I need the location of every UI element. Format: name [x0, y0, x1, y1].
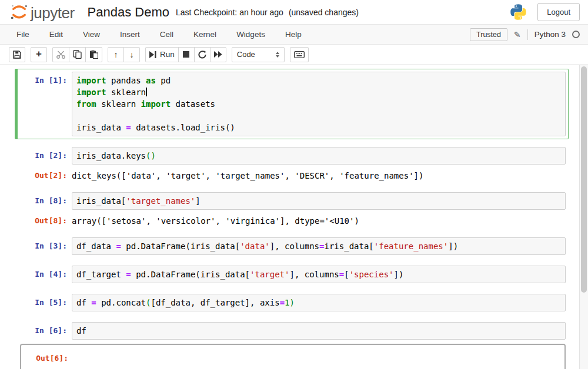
jupyter-logo[interactable]: jupyter — [9, 2, 75, 22]
paste-button[interactable] — [85, 47, 102, 62]
menu-view[interactable]: View — [73, 25, 110, 45]
pencil-icon[interactable]: ✎ — [514, 30, 521, 39]
divider — [527, 29, 528, 40]
notebook-cell[interactable]: In [5]:df = pd.concat([df_data, df_targe… — [15, 291, 569, 314]
move-cell-up-button[interactable]: ↑ — [108, 47, 124, 62]
code-token: from — [76, 99, 96, 109]
run-button[interactable]: Run — [145, 47, 179, 62]
fast-forward-icon — [214, 51, 222, 58]
menu-insert[interactable]: Insert — [110, 25, 150, 45]
output-text: array(['setosa', 'versicolor', 'virginic… — [72, 212, 359, 227]
input-prompt: In [3]: — [20, 237, 72, 252]
code-token: 'species' — [349, 270, 394, 279]
dataframe-table: sepal length (cm)sepal width (cm)petal l… — [76, 366, 564, 369]
code-input[interactable]: iris_data['target_names'] — [72, 192, 566, 210]
restart-kernel-button[interactable] — [194, 47, 211, 62]
select-arrows-icon — [276, 52, 279, 58]
code-token: df — [76, 298, 91, 307]
menu-kernel[interactable]: Kernel — [183, 25, 226, 45]
cell-output-row: Out[2]:dict_keys(['data', 'target', 'tar… — [20, 167, 566, 182]
notebook-cell[interactable]: In [4]:df_target = pd.DataFrame(iris_dat… — [15, 263, 569, 286]
run-icon — [149, 51, 156, 58]
code-line: import sklearn — [76, 86, 561, 98]
menu-edit[interactable]: Edit — [39, 25, 73, 45]
code-input[interactable]: df_data = pd.DataFrame(iris_data['data']… — [72, 237, 566, 255]
code-token: pd.concat — [96, 298, 146, 307]
save-icon — [13, 51, 21, 59]
code-token: as — [146, 76, 156, 85]
code-token: 'target' — [250, 270, 289, 279]
dataframe-wrap: sepal length (cm)sepal width (cm)petal l… — [76, 366, 564, 369]
code-token: df_data — [76, 241, 116, 251]
notebook-title[interactable]: Pandas Demo — [88, 5, 169, 20]
move-cell-down-button[interactable]: ↓ — [123, 47, 140, 62]
table-header-row: sepal length (cm)sepal width (cm)petal l… — [76, 366, 441, 369]
interrupt-kernel-button[interactable] — [178, 47, 195, 62]
notebook-cell[interactable]: In [8]:iris_data['target_names']Out[8]:a… — [15, 189, 569, 230]
code-input[interactable]: df = pd.concat([df_data, df_target], axi… — [72, 294, 566, 311]
scrollbar-thumb[interactable] — [581, 66, 587, 293]
output-scroll-area[interactable]: Out[6]:sepal length (cm)sepal width (cm)… — [20, 344, 566, 369]
code-token: [ — [344, 270, 349, 279]
cut-button[interactable] — [52, 47, 69, 62]
code-input[interactable]: iris_data.keys() — [72, 147, 566, 165]
logout-button[interactable]: Logout — [537, 3, 580, 21]
menu-cell[interactable]: Cell — [150, 25, 183, 45]
input-prompt: In [6]: — [20, 322, 72, 337]
menu-widgets[interactable]: Widgets — [226, 25, 275, 45]
paste-icon — [89, 50, 98, 59]
code-token: iris_data.keys — [76, 151, 146, 160]
code-input[interactable]: import pandas as pdimport sklearnfrom sk… — [72, 72, 566, 136]
code-token: import — [141, 99, 171, 109]
insert-cell-button[interactable]: + — [31, 47, 47, 62]
code-token: ]) — [394, 270, 404, 279]
jupyter-wordmark: jupyter — [31, 4, 75, 22]
notebook-cell[interactable]: In [1]:import pandas as pdimport sklearn… — [15, 69, 569, 139]
code-token: 'target_names' — [126, 196, 195, 206]
cell-output-row: Out[8]:array(['setosa', 'versicolor', 'v… — [20, 212, 566, 227]
output-text: dict_keys(['data', 'target', 'target_nam… — [72, 167, 423, 182]
arrow-down-icon: ↓ — [130, 51, 134, 59]
cut-icon — [56, 51, 65, 59]
code-input[interactable]: df — [72, 322, 566, 340]
cell-type-select[interactable]: Code — [232, 47, 285, 62]
code-token: = — [126, 270, 131, 279]
code-token: 1 — [285, 298, 289, 307]
keyboard-icon — [294, 51, 305, 58]
jupyter-app: jupyter Pandas Demo Last Checkpoint: an … — [0, 0, 588, 369]
code-line: df_target = pd.DataFrame(iris_data['targ… — [76, 269, 561, 280]
code-token: df_target — [76, 270, 126, 279]
arrow-up-icon: ↑ — [114, 51, 118, 59]
code-token: = — [339, 270, 344, 279]
save-button[interactable] — [9, 47, 25, 62]
cell-input-row: In [4]:df_target = pd.DataFrame(iris_dat… — [20, 266, 566, 283]
notebook-cell[interactable]: In [2]:iris_data.keys()Out[2]:dict_keys(… — [15, 144, 569, 184]
menu-help[interactable]: Help — [275, 25, 312, 45]
code-line: iris_data.keys() — [76, 150, 561, 162]
checkpoint-status: Last Checkpoint: an hour ago — [176, 8, 283, 17]
kernel-name: Python 3 — [534, 30, 566, 39]
menubar-right: Trusted ✎ Python 3 — [470, 28, 580, 41]
input-prompt: In [4]: — [20, 266, 72, 280]
code-token: import — [76, 88, 106, 97]
cell-input-row: In [2]:iris_data.keys() — [20, 147, 566, 165]
code-token: ], columns — [289, 270, 339, 279]
restart-run-all-button[interactable] — [210, 47, 226, 62]
code-line: df_data = pd.DataFrame(iris_data['data']… — [76, 240, 561, 252]
column-header: petal length (cm) — [247, 367, 320, 369]
menu-file[interactable]: File — [6, 25, 39, 45]
command-palette-button[interactable] — [290, 47, 309, 62]
copy-button[interactable] — [69, 47, 86, 62]
trusted-badge[interactable]: Trusted — [470, 28, 507, 41]
code-token: pd.DataFrame(iris_data[ — [131, 270, 250, 279]
code-line: from sklearn import datasets — [76, 98, 561, 110]
jupyter-logo-icon — [9, 2, 29, 22]
code-token: ) — [290, 298, 295, 307]
input-prompt: In [2]: — [20, 147, 72, 162]
code-token: iris_data — [76, 123, 126, 132]
code-token: = — [126, 123, 131, 132]
code-line: iris_data = datasets.load_iris() — [76, 122, 561, 133]
notebook-cell[interactable]: In [3]:df_data = pd.DataFrame(iris_data[… — [15, 234, 569, 258]
code-input[interactable]: df_target = pd.DataFrame(iris_data['targ… — [72, 266, 566, 283]
notebook-cell[interactable]: In [6]:dfOut[6]:sepal length (cm)sepal w… — [15, 319, 569, 369]
